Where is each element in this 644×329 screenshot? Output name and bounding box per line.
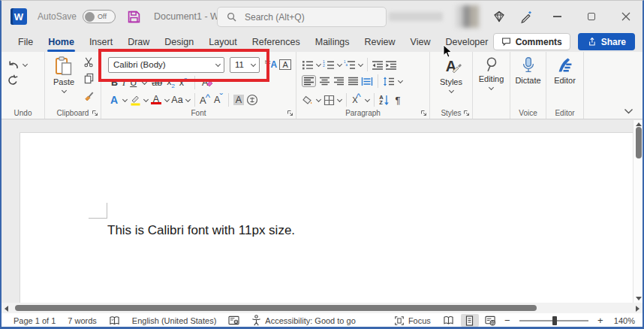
tab-mailings[interactable]: Mailings: [308, 34, 357, 50]
maximize-button[interactable]: [581, 6, 602, 27]
align-left-button[interactable]: [302, 75, 316, 87]
tab-references[interactable]: References: [245, 34, 308, 50]
highlight-button[interactable]: [129, 93, 141, 107]
undo-dropdown[interactable]: [22, 62, 28, 68]
editor-button[interactable]: Editor: [546, 52, 583, 109]
editing-dropdown[interactable]: [489, 85, 495, 91]
align-center-button[interactable]: [318, 74, 330, 88]
document-text[interactable]: This is Calibri font with 11px size.: [107, 223, 295, 238]
change-case-button[interactable]: Aa: [171, 93, 183, 107]
shrink-font-button[interactable]: Aˇ: [212, 93, 224, 107]
shading-dropdown[interactable]: [315, 97, 321, 103]
autosave-toggle[interactable]: Off: [83, 10, 116, 23]
scroll-left-arrow[interactable]: [5, 306, 8, 312]
zoom-slider[interactable]: [519, 320, 588, 321]
tab-layout[interactable]: Layout: [201, 34, 245, 50]
premium-diamond-icon[interactable]: [492, 10, 506, 23]
change-case-dropdown[interactable]: [185, 97, 191, 103]
zoom-out-button[interactable]: −: [503, 315, 512, 326]
pen-input-icon[interactable]: [519, 10, 533, 23]
user-avatar-blurred[interactable]: [456, 5, 479, 28]
borders-dropdown[interactable]: [336, 97, 342, 103]
highlight-dropdown[interactable]: [143, 97, 149, 103]
minimize-button[interactable]: [546, 6, 567, 27]
macro-record-button[interactable]: [222, 315, 245, 325]
bullets-dropdown[interactable]: [315, 62, 321, 68]
save-icon[interactable]: [128, 11, 140, 23]
asian-layout-button[interactable]: X ^: [351, 93, 363, 107]
font-dialog-launcher[interactable]: [287, 110, 293, 116]
collapse-ribbon-chevron[interactable]: [624, 108, 633, 114]
scroll-down-arrow[interactable]: [636, 297, 642, 300]
paragraph-dialog-launcher[interactable]: [420, 110, 427, 116]
vertical-scroll-thumb[interactable]: [636, 127, 642, 158]
search-box[interactable]: [217, 7, 387, 27]
bullets-button[interactable]: [302, 58, 314, 71]
web-layout-button[interactable]: [482, 314, 500, 327]
dictate-button[interactable]: Dictate: [510, 52, 546, 109]
tab-home[interactable]: Home: [41, 34, 82, 50]
font-color-button[interactable]: A: [150, 93, 162, 107]
tab-design[interactable]: Design: [157, 34, 201, 50]
show-hide-pilcrow-button[interactable]: ¶: [392, 93, 404, 107]
print-layout-button[interactable]: [461, 314, 479, 327]
horizontal-scroll-thumb[interactable]: [15, 305, 537, 311]
horizontal-scrollbar[interactable]: [2, 303, 642, 313]
line-spacing-dropdown[interactable]: [397, 78, 403, 84]
word-count[interactable]: 7 words: [62, 316, 103, 325]
proofing-status[interactable]: [103, 315, 126, 326]
styles-dialog-launcher[interactable]: [463, 110, 470, 116]
paste-button[interactable]: Paste: [50, 52, 78, 109]
accessibility-status[interactable]: Accessibility: Good to go: [245, 315, 361, 326]
styles-button[interactable]: A Styles: [430, 52, 472, 109]
word-logo-icon[interactable]: W: [11, 8, 27, 25]
paste-dropdown[interactable]: [61, 88, 67, 94]
focus-button[interactable]: Focus: [388, 315, 437, 326]
borders-button[interactable]: [323, 93, 335, 107]
vertical-scrollbar[interactable]: [633, 120, 642, 303]
read-mode-button[interactable]: [440, 314, 458, 327]
enclose-characters-button[interactable]: [246, 93, 258, 107]
tab-view[interactable]: View: [403, 34, 438, 50]
scroll-right-arrow[interactable]: [636, 306, 639, 312]
page-indicator[interactable]: Page 1 of 1: [8, 316, 62, 325]
decrease-indent-button[interactable]: [372, 58, 384, 71]
tab-draw[interactable]: Draw: [120, 34, 157, 50]
shading-button[interactable]: [302, 93, 314, 107]
align-right-button[interactable]: [333, 74, 345, 88]
styles-dropdown[interactable]: [448, 88, 454, 94]
increase-indent-button[interactable]: [385, 58, 397, 71]
asian-layout-dropdown[interactable]: [364, 97, 370, 103]
copy-button[interactable]: [78, 73, 95, 84]
editing-button[interactable]: Editing: [473, 52, 510, 109]
close-button[interactable]: [615, 6, 636, 27]
zoom-in-button[interactable]: +: [596, 315, 605, 326]
tab-file[interactable]: File: [11, 34, 41, 50]
clipboard-dialog-launcher[interactable]: [92, 110, 98, 116]
tab-review[interactable]: Review: [357, 34, 403, 50]
repeat-button[interactable]: [7, 74, 19, 87]
text-effects-button[interactable]: A: [108, 93, 120, 107]
sort-button[interactable]: AZ: [378, 93, 390, 107]
numbering-dropdown[interactable]: [336, 62, 342, 68]
document-page[interactable]: This is Calibri font with 11px size.: [20, 132, 642, 313]
grow-font-button[interactable]: A^: [199, 93, 211, 107]
language-indicator[interactable]: English (United States): [126, 316, 223, 325]
line-spacing-button[interactable]: [383, 74, 395, 88]
zoom-level[interactable]: 140%: [608, 316, 636, 325]
zoom-slider-thumb[interactable]: [552, 316, 557, 325]
scroll-up-arrow[interactable]: [636, 122, 642, 126]
numbering-button[interactable]: 12: [323, 58, 335, 71]
comments-button[interactable]: Comments: [493, 33, 570, 50]
text-effects-dropdown[interactable]: [122, 97, 128, 103]
search-input[interactable]: [243, 11, 371, 23]
font-color-dropdown[interactable]: [164, 97, 170, 103]
justify-button[interactable]: [347, 74, 359, 88]
cut-button[interactable]: [78, 56, 95, 68]
character-shading-button[interactable]: A: [233, 93, 245, 107]
multilevel-dropdown[interactable]: [357, 62, 363, 68]
share-button[interactable]: Share: [578, 33, 635, 50]
format-painter-button[interactable]: [78, 89, 95, 101]
multilevel-list-button[interactable]: 1a: [344, 58, 356, 71]
distributed-button[interactable]: [361, 74, 373, 88]
